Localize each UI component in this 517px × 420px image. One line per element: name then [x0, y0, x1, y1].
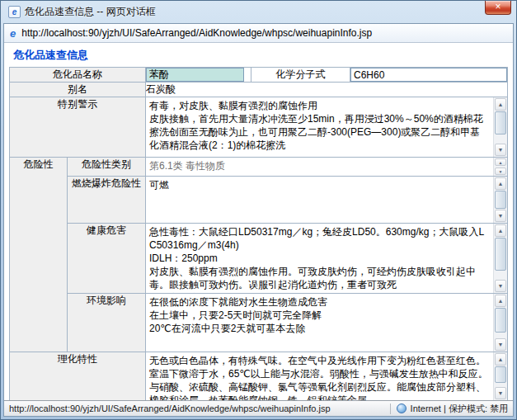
special-warning-label: 特别警示: [10, 97, 146, 158]
health-label: 健康危害: [68, 224, 146, 294]
health-textarea[interactable]: 急性毒性：大鼠经口LD50317mg／kg；兔经皮LD50。630mg/kg；大…: [146, 224, 507, 293]
table-row-hazard-class: 危险性 危险性类别 第6.1类 毒性物质 ▲ ▼: [10, 158, 508, 177]
scrollbar[interactable]: ▲ ▼: [493, 352, 507, 400]
scroll-down-icon[interactable]: ▼: [495, 280, 506, 292]
title-bar[interactable]: e 危化品速查信息 -- 网页对话框 ×: [3, 1, 514, 23]
scrollbar[interactable]: ▲ ▼: [493, 224, 507, 293]
status-separator: [390, 403, 391, 414]
explosive-cell: 可燃 ▲ ▼: [146, 177, 508, 224]
scroll-down-icon[interactable]: ▼: [495, 210, 506, 222]
environment-label: 环境影响: [68, 294, 146, 352]
scrollbar-track[interactable]: [494, 134, 507, 143]
hazard-class-text: 第6.1类 毒性物质: [146, 158, 507, 174]
formula-label: 化学分子式: [251, 68, 350, 83]
scrollbar-thumb[interactable]: [495, 191, 506, 209]
table-row-alias: 别名 石炭酸: [10, 83, 508, 97]
page-content: 危化品速查信息 危化品名称 化学分子式 别名 石炭酸: [4, 43, 513, 400]
chemical-name-label: 危化品名称: [10, 68, 146, 83]
formula-input[interactable]: [350, 68, 507, 82]
close-button[interactable]: ×: [485, 1, 511, 15]
scrollbar-thumb[interactable]: [495, 111, 506, 134]
scroll-up-icon[interactable]: ▲: [495, 177, 506, 190]
scroll-down-icon[interactable]: ▼: [495, 144, 506, 156]
special-warning-text: 有毒，对皮肤、黏膜有强烈的腐蚀作用 皮肤接触，首先用大量清水冲洗至少15min，…: [146, 97, 507, 153]
table-row-name: 危化品名称 化学分子式: [10, 68, 508, 83]
status-zone-text: Internet | 保护模式: 禁用: [411, 403, 508, 415]
scrollbar-track[interactable]: [494, 383, 507, 386]
scroll-up-icon[interactable]: ▲: [495, 295, 506, 307]
status-bar: http://localhost:90/yjzh/UI/SafeArranged…: [4, 400, 513, 416]
scrollbar-track[interactable]: [494, 333, 507, 337]
scroll-up-icon[interactable]: ▲: [495, 158, 506, 166]
scroll-down-icon[interactable]: ▼: [495, 387, 506, 399]
address-url: http://localhost:90/yjzh/UI/SafeArranged…: [21, 27, 372, 39]
table-row-health: 健康危害 急性毒性：大鼠经口LD50317mg／kg；兔经皮LD50。630mg…: [10, 224, 508, 294]
scroll-down-icon[interactable]: ▼: [495, 168, 506, 175]
health-cell: 急性毒性：大鼠经口LD50317mg／kg；兔经皮LD50。630mg/kg；大…: [146, 224, 508, 294]
physical-textarea[interactable]: 无色或白色晶体，有特殊气味。在空气中及光线作用下变为粉红色甚至红色。室温下微溶于…: [146, 352, 507, 400]
special-warning-cell: 有毒，对皮肤、黏膜有强烈的腐蚀作用 皮肤接触，首先用大量清水冲洗至少15min，…: [146, 97, 508, 158]
window-title: 危化品速查信息 -- 网页对话框: [25, 5, 156, 19]
special-warning-textarea[interactable]: 有毒，对皮肤、黏膜有强烈的腐蚀作用 皮肤接触，首先用大量清水冲洗至少15min，…: [146, 97, 507, 157]
alias-value: 石炭酸: [146, 83, 508, 97]
health-text: 急性毒性：大鼠经口LD50317mg／kg；兔经皮LD50。630mg/kg；大…: [146, 224, 507, 293]
page-icon: e: [8, 6, 21, 18]
ie-icon: e: [10, 27, 16, 40]
status-url: http://localhost:90/yjzh/UI/SafeArranged…: [9, 403, 384, 413]
hazard-class-textarea[interactable]: 第6.1类 毒性物质 ▲ ▼: [146, 158, 507, 176]
scrollbar[interactable]: ▲ ▼: [493, 177, 507, 223]
explosive-label: 燃烧爆炸危险性: [68, 177, 146, 224]
table-row-explosive: 燃烧爆炸危险性 可燃 ▲ ▼: [10, 177, 508, 224]
info-table: 危化品名称 化学分子式 别名 石炭酸 特别警示: [9, 67, 508, 400]
hazard-class-label: 危险性类别: [68, 158, 146, 177]
hazard-class-cell: 第6.1类 毒性物质 ▲ ▼: [146, 158, 508, 177]
table-row-environment: 环境影响 在很低的浓度下就能对水生生物造成危害 在土壤中，只要2-5天时间就可完…: [10, 294, 508, 352]
physical-label: 理化特性: [10, 352, 146, 401]
table-row-warning: 特别警示 有毒，对皮肤、黏膜有强烈的腐蚀作用 皮肤接触，首先用大量清水冲洗至少1…: [10, 97, 508, 158]
page-title: 危化品速查信息: [13, 48, 508, 63]
globe-icon: [397, 403, 407, 413]
scroll-up-icon[interactable]: ▲: [495, 224, 506, 237]
status-zone: Internet | 保护模式: 禁用: [397, 403, 508, 415]
scroll-down-icon[interactable]: ▼: [495, 338, 506, 351]
table-row-physical: 理化特性 无色或白色晶体，有特殊气味。在空气中及光线作用下变为粉红色甚至红色。室…: [10, 352, 508, 401]
explosive-text: 可燃: [146, 177, 507, 193]
scroll-up-icon[interactable]: ▲: [495, 353, 506, 366]
hazard-group-label: 危险性: [10, 158, 68, 352]
environment-textarea[interactable]: 在很低的浓度下就能对水生生物造成危害 在土壤中，只要2-5天时间就可完全降解 2…: [146, 294, 507, 352]
scrollbar[interactable]: ▲ ▼: [493, 158, 507, 176]
chemical-name-input[interactable]: [146, 68, 244, 82]
environment-cell: 在很低的浓度下就能对水生生物造成危害 在土壤中，只要2-5天时间就可完全降解 2…: [146, 294, 508, 352]
scrollbar-thumb[interactable]: [495, 238, 506, 271]
alias-label: 别名: [10, 83, 146, 97]
address-bar: e http://localhost:90/yjzh/UI/SafeArrang…: [4, 24, 513, 43]
chemical-name-cell: [146, 68, 251, 83]
physical-cell: 无色或白色晶体，有特殊气味。在空气中及光线作用下变为粉红色甚至红色。室温下微溶于…: [146, 352, 508, 401]
formula-cell: [350, 68, 508, 83]
dialog-window: e 危化品速查信息 -- 网页对话框 × e http://localhost:…: [0, 0, 517, 420]
client-area: e http://localhost:90/yjzh/UI/SafeArrang…: [3, 23, 514, 417]
scrollbar[interactable]: ▲ ▼: [493, 294, 507, 352]
scrollbar-thumb[interactable]: [495, 366, 506, 383]
physical-text: 无色或白色晶体，有特殊气味。在空气中及光线作用下变为粉红色甚至红色。室温下微溶于…: [146, 352, 507, 400]
scrollbar-track[interactable]: [494, 271, 507, 279]
close-icon: ×: [495, 1, 501, 12]
environment-text: 在很低的浓度下就能对水生生物造成危害 在土壤中，只要2-5天时间就可完全降解 2…: [146, 294, 507, 337]
scroll-up-icon[interactable]: ▲: [495, 98, 506, 111]
scrollbar[interactable]: ▲ ▼: [493, 97, 507, 157]
explosive-textarea[interactable]: 可燃 ▲ ▼: [146, 177, 507, 223]
scrollbar-thumb[interactable]: [495, 308, 506, 333]
